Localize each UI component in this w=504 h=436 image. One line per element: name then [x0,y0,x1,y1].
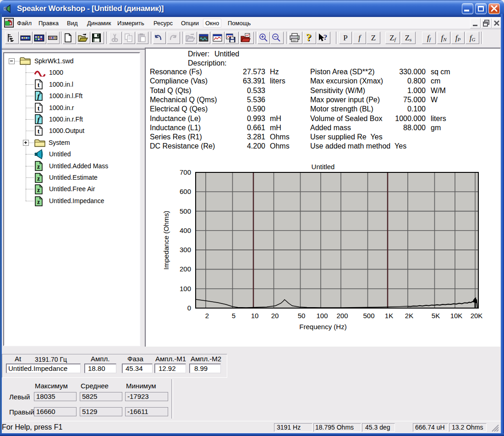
svg-text:10: 10 [251,312,259,320]
svg-text:Frequency (Hz): Frequency (Hz) [299,323,346,331]
svg-text:100: 100 [180,285,191,293]
svg-text:2: 2 [205,312,209,320]
svg-text:0: 0 [187,304,191,312]
svg-text:20K: 20K [471,312,483,320]
svg-text:z: z [37,163,40,170]
svg-text:z: z [37,199,40,205]
svg-text:?: ? [306,33,312,43]
svg-text:200: 200 [336,312,348,320]
svg-text:300: 300 [180,246,191,254]
svg-text:500: 500 [180,207,191,215]
svg-text:10K: 10K [450,312,463,320]
svg-text:5: 5 [232,312,236,320]
svg-text:400: 400 [180,226,191,234]
svg-text:Impedance (Ohms): Impedance (Ohms) [162,211,170,270]
svg-text:?: ? [323,33,328,42]
svg-text:1K: 1K [385,312,393,320]
svg-text:2K: 2K [405,312,413,320]
svg-text:500: 500 [363,312,374,320]
svg-text:Untitled: Untitled [312,163,335,171]
svg-text:100: 100 [316,312,328,320]
svg-text:700: 700 [180,168,191,176]
svg-text:600: 600 [180,188,191,195]
svg-text:z: z [37,187,40,193]
svg-text:20: 20 [271,312,279,320]
svg-text:200: 200 [180,265,191,273]
svg-text:t: t [38,82,40,88]
svg-text:50: 50 [298,312,306,320]
svg-text:5K: 5K [432,312,440,320]
svg-text:t: t [38,105,40,112]
svg-text:z: z [37,175,40,182]
svg-text:t: t [38,128,40,135]
